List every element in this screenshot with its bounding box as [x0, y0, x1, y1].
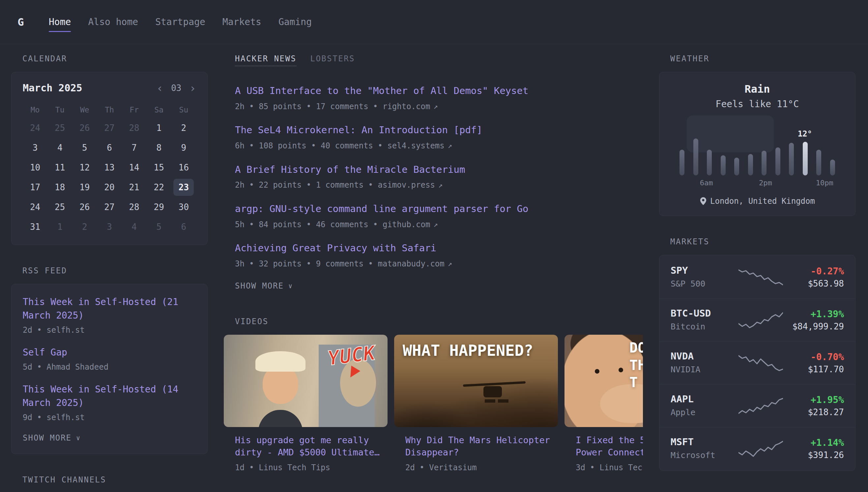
weather-bar[interactable] — [744, 119, 758, 175]
calendar-weekday-row: MoTuWeThFrSaSu — [23, 105, 196, 114]
news-item-meta-text: 2h • 22 points • 1 comments • asimov.pre… — [235, 180, 435, 191]
news-tab[interactable]: HACKER NEWS — [235, 54, 296, 66]
rss-list: This Week in Self-Hosted (21 March 2025)… — [23, 295, 196, 423]
video-card: DO TH T I Fixed the 5 Power Connect 3d •… — [564, 335, 643, 473]
rss-item: This Week in Self-Hosted (14 March 2025)… — [23, 383, 196, 423]
calendar-grid: 2425262728123456789101112131415161718192… — [23, 118, 196, 237]
market-symbol-block: BTC-USD Bitcoin — [670, 308, 738, 333]
calendar-weekday: Th — [97, 105, 122, 114]
calendar-day: 28 — [124, 198, 144, 216]
calendar-day: 31 — [25, 218, 46, 236]
weather-bar[interactable] — [785, 119, 798, 175]
rss-item-title[interactable]: This Week in Self-Hosted (14 March 2025) — [23, 383, 196, 410]
nav-tab[interactable]: Gaming — [279, 11, 312, 33]
right-column: WEATHER Rain Feels like 11°C 12° 6am 2pm… — [659, 54, 856, 471]
market-name: NVIDIA — [670, 364, 738, 375]
market-ticker: AAPL — [670, 393, 738, 404]
news-item-title[interactable]: A USB Interface to the "Mother of All De… — [235, 85, 528, 97]
twitch-heading: TWITCH CHANNELS — [22, 475, 208, 485]
calendar-day: 27 — [99, 119, 120, 137]
weather-bar[interactable] — [812, 119, 826, 175]
market-price: $84,999.29 — [783, 321, 844, 331]
news-item-meta: 2h • 22 points • 1 comments • asimov.pre… — [235, 180, 643, 191]
market-symbol-block: MSFT Microsoft — [670, 436, 738, 461]
video-thumbnail[interactable]: YUCK — [224, 335, 388, 427]
market-ticker: MSFT — [670, 436, 738, 447]
external-link-icon: ↗ — [448, 141, 452, 151]
calendar-day: 26 — [75, 198, 95, 216]
weather-bar[interactable] — [771, 119, 785, 175]
market-sparkline — [738, 268, 783, 287]
market-row[interactable]: AAPL Apple +1.95% $218.27 — [659, 384, 855, 427]
weather-chart: 12° 6am 2pm 10pm — [675, 119, 839, 187]
news-item-meta: 6h • 108 points • 40 comments • sel4.sys… — [235, 141, 643, 152]
market-row[interactable]: SPY S&P 500 -0.27% $563.98 — [659, 256, 855, 298]
news-item-title[interactable]: A Brief History of the Miracle Bacterium — [235, 164, 465, 176]
calendar-day: 28 — [124, 119, 144, 137]
news-item-title[interactable]: Achieving Great Privacy with Safari — [235, 242, 436, 254]
external-link-icon: ↗ — [433, 220, 438, 230]
news-item-title[interactable]: argp: GNU-style command line argument pa… — [235, 203, 528, 215]
market-row[interactable]: MSFT Microsoft +1.14% $391.26 — [659, 427, 855, 470]
left-column: CALENDAR March 2025 ‹ 03 › MoTuWeThFrSaS… — [11, 54, 208, 492]
news-tab[interactable]: LOBSTERS — [310, 54, 355, 66]
external-link-icon: ↗ — [433, 102, 438, 112]
market-price: $117.70 — [783, 364, 844, 374]
calendar-day: 5 — [149, 218, 169, 236]
video-thumbnail[interactable]: DO TH T — [564, 335, 643, 427]
weather-bar[interactable] — [689, 119, 703, 175]
rss-item-title[interactable]: Self Gap — [23, 346, 196, 360]
rss-item: Self Gap 5d • Ahmad Shadeed — [23, 346, 196, 373]
videos-row: YUCK His upgrade got me really dirty - A… — [224, 335, 643, 473]
video-title[interactable]: His upgrade got me really dirty - AMD $5… — [235, 434, 388, 458]
market-sparkline — [738, 354, 783, 372]
market-row[interactable]: BTC-USD Bitcoin +1.39% $84,999.29 — [659, 298, 855, 341]
rss-item-meta: 9d • selfh.st — [23, 412, 196, 423]
nav-tab[interactable]: Also home — [88, 11, 138, 33]
weather-bar[interactable] — [703, 119, 716, 175]
market-change: -0.70% — [783, 351, 844, 362]
calendar-day: 6 — [99, 139, 120, 156]
video-title[interactable]: Why Did The Mars Helicopter Disappear? — [405, 434, 558, 458]
market-row[interactable]: NVDA NVIDIA -0.70% $117.70 — [659, 341, 855, 384]
calendar-day: 1 — [149, 119, 169, 137]
market-ticker: SPY — [670, 265, 738, 276]
weather-bars — [675, 119, 839, 175]
videos-heading: VIDEOS — [235, 317, 643, 326]
market-ticker: BTC-USD — [670, 308, 738, 319]
calendar-day: 2 — [75, 218, 95, 236]
rss-show-more-button[interactable]: SHOW MORE ∨ — [23, 433, 196, 443]
weather-condition: Rain — [670, 83, 845, 95]
news-item-title[interactable]: The SeL4 Microkernel: An Introduction [p… — [235, 124, 482, 137]
nav-tab[interactable]: Markets — [222, 11, 261, 33]
video-card: YUCK His upgrade got me really dirty - A… — [224, 335, 388, 473]
weather-bar[interactable] — [798, 119, 812, 175]
market-name: S&P 500 — [670, 278, 738, 290]
weather-bar[interactable] — [826, 119, 840, 175]
calendar-weekday: Fr — [122, 105, 147, 114]
calendar-prev-button[interactable]: ‹ — [157, 82, 163, 94]
video-title[interactable]: I Fixed the 5 Power Connect — [576, 434, 643, 458]
news-item-meta-text: 6h • 108 points • 40 comments • sel4.sys… — [235, 141, 445, 152]
news-item: A Brief History of the Miracle Bacterium… — [235, 164, 643, 191]
weather-bar[interactable] — [757, 119, 771, 175]
news-show-more-button[interactable]: SHOW MORE ∨ — [235, 281, 643, 291]
nav-tabs: Home Also home Startpage Markets Gaming — [49, 11, 312, 33]
market-price: $563.98 — [783, 279, 844, 289]
nav-tab[interactable]: Home — [49, 11, 71, 33]
app-logo[interactable]: G — [11, 13, 30, 32]
calendar-day: 8 — [149, 139, 169, 156]
nav-tab[interactable]: Startpage — [155, 11, 205, 33]
video-card: WHAT HAPPENED? Why Did The Mars Helicopt… — [394, 335, 558, 473]
video-thumbnail[interactable]: WHAT HAPPENED? — [394, 335, 558, 427]
rss-heading: RSS FEED — [22, 266, 208, 275]
calendar-day: 11 — [50, 159, 70, 176]
market-change: +1.95% — [783, 394, 844, 405]
weather-bar[interactable] — [716, 119, 730, 175]
rss-item: This Week in Self-Hosted (21 March 2025)… — [23, 295, 196, 336]
weather-bar[interactable] — [675, 119, 689, 175]
weather-bar[interactable] — [730, 119, 744, 175]
rss-item-title[interactable]: This Week in Self-Hosted (21 March 2025) — [23, 295, 196, 322]
calendar-next-button[interactable]: › — [189, 82, 196, 94]
weather-time-label: 10pm — [816, 179, 834, 187]
